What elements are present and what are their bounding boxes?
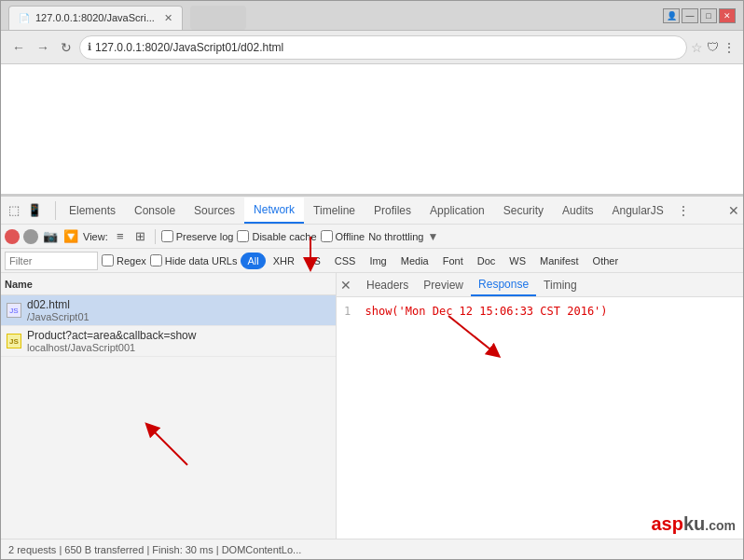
hide-data-urls-input[interactable] xyxy=(150,254,162,266)
page-content xyxy=(1,64,743,195)
filter-manifest[interactable]: Manifest xyxy=(533,253,586,269)
status-text: 2 requests | 650 B transferred | Finish:… xyxy=(8,544,301,555)
response-content: 1 show('Mon Dec 12 15:06:33 CST 2016') xyxy=(337,297,743,539)
devtools: ⬚ 📱 Elements Console Sources Network Tim… xyxy=(1,195,743,559)
resp-tab-preview[interactable]: Preview xyxy=(416,275,471,295)
watermark: aspku.com xyxy=(652,513,737,535)
devtools-tab-bar: ⬚ 📱 Elements Console Sources Network Tim… xyxy=(1,197,743,225)
view-label: View: xyxy=(83,231,108,242)
preserve-log-label: Preserve log xyxy=(176,231,234,242)
tab-title: 127.0.0.1:8020/JavaScri... xyxy=(35,12,155,23)
browser-tab[interactable]: 📄 127.0.0.1:8020/JavaScri... ✕ xyxy=(8,6,183,30)
code-content: show('Mon Dec 12 15:06:33 CST 2016') xyxy=(365,305,607,318)
devtools-separator xyxy=(55,201,56,220)
watermark-ku: ku xyxy=(683,513,705,534)
preserve-log-input[interactable] xyxy=(161,230,173,242)
tab-elements[interactable]: Elements xyxy=(60,198,125,223)
file-name-product: Product?act=area&callback=show xyxy=(27,329,332,342)
list-view-button[interactable]: ≡ xyxy=(112,228,129,245)
back-button[interactable]: ← xyxy=(8,38,29,57)
filter-img[interactable]: Img xyxy=(363,253,393,269)
url-text: 127.0.0.1:8020/JavaScript01/d02.html xyxy=(95,41,679,54)
filter-font[interactable]: Font xyxy=(436,253,470,269)
tab-profiles[interactable]: Profiles xyxy=(365,198,420,223)
menu-icon[interactable]: ⋮ xyxy=(723,40,736,55)
hide-data-urls-checkbox[interactable]: Hide data URLs xyxy=(150,254,238,266)
url-bar[interactable]: ℹ 127.0.0.1:8020/JavaScript01/d02.html xyxy=(79,35,687,60)
tab-network[interactable]: Network xyxy=(244,198,304,224)
regex-input[interactable] xyxy=(102,254,114,266)
filter-all[interactable]: All xyxy=(241,253,265,269)
tab-close-button[interactable]: ✕ xyxy=(164,12,172,24)
shield-icon[interactable]: 🛡 xyxy=(707,40,719,54)
tab-timeline[interactable]: Timeline xyxy=(304,198,365,223)
tab-application[interactable]: Application xyxy=(420,198,494,223)
filter-css[interactable]: CSS xyxy=(328,253,363,269)
tab-favicon: 📄 xyxy=(19,13,30,23)
response-tabs: ✕ Headers Preview Response Timing xyxy=(337,273,743,297)
tab-console[interactable]: Console xyxy=(125,198,185,223)
tab-audits[interactable]: Audits xyxy=(553,198,602,223)
response-close-icon[interactable]: ✕ xyxy=(340,278,351,293)
bookmark-icon[interactable]: ☆ xyxy=(691,40,703,55)
file-path-product: localhost/JavaScript001 xyxy=(27,342,332,353)
filter-xhr[interactable]: XHR xyxy=(267,253,301,269)
user-icon-button[interactable]: 👤 xyxy=(663,8,680,23)
filter-other[interactable]: Other xyxy=(586,253,626,269)
file-icon-product: JS xyxy=(5,332,23,350)
mobile-icon[interactable]: 📱 xyxy=(25,201,44,220)
resp-tab-response[interactable]: Response xyxy=(471,274,536,296)
offline-label: Offline xyxy=(336,231,365,242)
refresh-button[interactable]: ↻ xyxy=(57,38,76,57)
resp-tab-timing[interactable]: Timing xyxy=(536,275,585,295)
filter-media[interactable]: Media xyxy=(394,253,435,269)
filter-types: All XHR JS CSS Img Media Font Doc WS Man… xyxy=(241,253,625,269)
disable-cache-input[interactable] xyxy=(237,230,249,242)
filter-button[interactable]: 🔽 xyxy=(62,228,79,245)
devtools-icons: ⬚ 📱 xyxy=(5,201,44,220)
devtools-main: Name JS d02.html /JavaScript01 JS xyxy=(1,273,743,539)
file-item-product[interactable]: JS Product?act=area&callback=show localh… xyxy=(1,326,336,357)
tab-angularjs[interactable]: AngularJS xyxy=(602,198,672,223)
toolbar-sep-1 xyxy=(155,229,156,244)
file-list: Name JS d02.html /JavaScript01 JS xyxy=(1,273,337,539)
file-info-product: Product?act=area&callback=show localhost… xyxy=(27,329,332,353)
title-bar: 📄 127.0.0.1:8020/JavaScri... ✕ 👤 — □ ✕ xyxy=(1,1,743,31)
camera-button[interactable]: 📷 xyxy=(42,228,59,245)
offline-input[interactable] xyxy=(321,230,333,242)
watermark-com: .com xyxy=(705,518,736,533)
resp-tab-headers[interactable]: Headers xyxy=(359,275,416,295)
disable-cache-checkbox[interactable]: Disable cache xyxy=(237,230,316,242)
throttling-select[interactable]: No throttling xyxy=(368,231,423,242)
inspect-icon[interactable]: ⬚ xyxy=(5,201,23,220)
regex-checkbox[interactable]: Regex xyxy=(102,254,146,266)
maximize-button[interactable]: □ xyxy=(700,8,717,23)
filter-js[interactable]: JS xyxy=(302,253,327,269)
offline-checkbox[interactable]: Offline xyxy=(321,230,365,242)
devtools-close-icon[interactable]: ✕ xyxy=(728,203,739,218)
preserve-log-checkbox[interactable]: Preserve log xyxy=(161,230,234,242)
watermark-asp: asp xyxy=(652,513,683,534)
record-button[interactable] xyxy=(5,229,20,244)
file-icon-html: JS xyxy=(5,301,23,320)
more-tabs-icon[interactable]: ⋮ xyxy=(677,203,690,218)
close-button[interactable]: ✕ xyxy=(719,8,736,23)
status-bar: 2 requests | 650 B transferred | Finish:… xyxy=(1,539,743,559)
address-bar: ← → ↻ ℹ 127.0.0.1:8020/JavaScript01/d02.… xyxy=(1,31,743,64)
response-panel: ✕ Headers Preview Response Timing 1 show… xyxy=(337,273,743,539)
grid-view-button[interactable]: ⊞ xyxy=(132,228,149,245)
minimize-button[interactable]: — xyxy=(682,8,698,23)
file-item-d02[interactable]: JS d02.html /JavaScript01 xyxy=(1,295,336,326)
network-toolbar: 📷 🔽 View: ≡ ⊞ Preserve log Disable cache… xyxy=(1,225,743,249)
forward-button[interactable]: → xyxy=(33,38,53,57)
filter-doc[interactable]: Doc xyxy=(471,253,503,269)
throttling-dropdown-icon[interactable]: ▼ xyxy=(427,230,438,243)
clear-button[interactable] xyxy=(23,229,38,244)
browser-body: ⬚ 📱 Elements Console Sources Network Tim… xyxy=(1,64,743,559)
browser-window: 📄 127.0.0.1:8020/JavaScri... ✕ 👤 — □ ✕ ←… xyxy=(0,0,744,560)
tab-security[interactable]: Security xyxy=(494,198,553,223)
tab-sources[interactable]: Sources xyxy=(185,198,244,223)
regex-label: Regex xyxy=(117,255,146,266)
filter-input[interactable] xyxy=(5,252,98,270)
filter-ws[interactable]: WS xyxy=(503,253,532,269)
